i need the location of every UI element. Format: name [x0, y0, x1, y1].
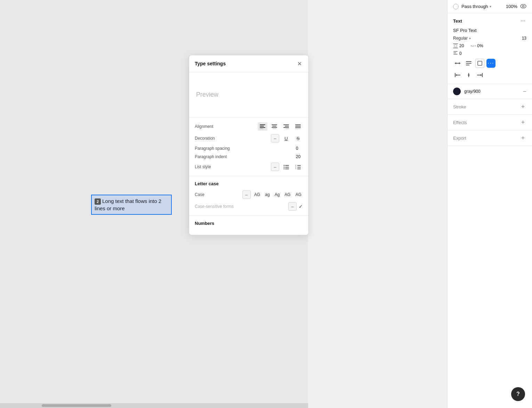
paragraph-spacing-row: Paragraph spacing 0 — [195, 146, 303, 151]
case-sensitive-controls: – ✓ — [288, 202, 303, 211]
svg-rect-12 — [295, 124, 301, 125]
case-upper2-button[interactable]: AG — [283, 191, 292, 198]
paragraph-spacing-label: Paragraph spacing — [195, 146, 296, 151]
decoration-none-button[interactable]: – — [271, 134, 279, 142]
align-right-button[interactable] — [281, 122, 291, 131]
text-section-title: Text — [453, 18, 462, 24]
letter-spacing-value[interactable]: 0% — [477, 43, 483, 48]
svg-rect-0 — [260, 124, 265, 125]
svg-marker-41 — [459, 62, 460, 64]
svg-rect-23 — [297, 165, 301, 166]
eye-icon[interactable] — [520, 3, 526, 9]
decoration-row: Decoration – U S — [195, 134, 303, 142]
case-sensitive-row: Case-sensitive forms – ✓ — [195, 202, 303, 211]
add-effect-button[interactable]: + — [519, 119, 526, 126]
list-unordered-button[interactable] — [281, 163, 291, 171]
letter-case-section: Letter case Case – AG ag Ag AG AG Case-s… — [189, 176, 308, 216]
type-settings-header: Type settings ✕ — [189, 55, 308, 72]
svg-point-20 — [284, 169, 285, 170]
valign-center-icon[interactable] — [464, 71, 473, 80]
type-settings-title: Type settings — [195, 61, 226, 66]
svg-rect-45 — [478, 61, 482, 65]
font-size-value[interactable]: 13 — [522, 36, 526, 41]
case-sensitive-check[interactable]: ✓ — [299, 204, 303, 209]
case-capitalize-button[interactable]: Ag — [273, 191, 281, 198]
list-ordered-button[interactable]: 1. 2. 3. — [293, 163, 303, 171]
case-sensitive-none-button[interactable]: – — [288, 202, 297, 211]
alignment-row: Alignment — [195, 122, 303, 131]
svg-text:3.: 3. — [295, 168, 297, 169]
add-stroke-button[interactable]: + — [519, 103, 526, 110]
numbers-title: Numbers — [195, 221, 303, 226]
font-name[interactable]: SF Pro Text — [453, 28, 526, 33]
color-name: gray/900 — [464, 89, 519, 94]
case-none-button[interactable]: – — [242, 190, 251, 199]
paragraph-icon — [453, 51, 458, 56]
svg-rect-14 — [295, 127, 301, 128]
paragraph-sp-value[interactable]: 0 — [459, 51, 462, 56]
remove-color-button[interactable]: − — [523, 88, 526, 95]
svg-rect-34 — [475, 46, 476, 46]
text-align-arrows-icon[interactable] — [453, 59, 462, 68]
svg-rect-48 — [457, 75, 460, 75]
valign-bottom-icon[interactable] — [475, 71, 484, 80]
text-section-header: Text ⋯ — [453, 17, 526, 24]
svg-rect-8 — [283, 124, 289, 125]
paragraph-indent-row: Paragraph indent 20 — [195, 154, 303, 159]
decoration-strikethrough-button[interactable]: S — [293, 134, 303, 142]
case-uppercase-button[interactable]: AG — [253, 191, 261, 198]
color-swatch[interactable] — [453, 88, 461, 95]
valign-left-icon[interactable] — [453, 71, 462, 80]
list-none-button[interactable]: – — [271, 163, 279, 171]
stroke-section: Stroke + — [448, 99, 532, 115]
case-smallcaps-button[interactable]: AG — [294, 191, 303, 198]
font-style-row: Regular ▾ 13 — [453, 36, 526, 41]
svg-marker-47 — [456, 74, 457, 76]
svg-text:A: A — [472, 45, 474, 47]
paragraph-indent-label: Paragraph indent — [195, 154, 296, 159]
svg-rect-46 — [455, 73, 456, 77]
text-box-icon[interactable] — [475, 59, 484, 68]
vertical-align-row — [453, 71, 526, 80]
decoration-underline-button[interactable]: U — [281, 134, 291, 142]
list-style-controls: – 1. 2. — [271, 163, 303, 171]
metrics-row-1: 20 A 0% — [453, 43, 526, 48]
align-center-button[interactable] — [269, 122, 279, 131]
svg-rect-38 — [453, 54, 458, 55]
text-more-options-button[interactable]: ··· — [486, 59, 495, 68]
case-sensitive-label: Case-sensitive forms — [195, 204, 288, 209]
letter-case-title: Letter case — [195, 181, 303, 186]
font-style-chevron-icon: ▾ — [469, 36, 471, 40]
align-left-button[interactable] — [258, 122, 267, 131]
canvas-text-element[interactable]: 2Long text that flows into 2 lines or mo… — [91, 195, 172, 215]
color-row: gray/900 − — [448, 84, 532, 99]
add-export-button[interactable]: + — [519, 134, 526, 141]
svg-rect-19 — [285, 167, 289, 168]
canvas-scrollbar[interactable] — [0, 403, 308, 408]
svg-rect-15 — [295, 129, 301, 129]
svg-point-18 — [284, 167, 285, 168]
list-style-row: List style – 1. — [195, 163, 303, 171]
svg-rect-1 — [260, 126, 264, 127]
svg-rect-11 — [285, 129, 289, 129]
close-button[interactable]: ✕ — [296, 60, 303, 67]
case-row: Case – AG ag Ag AG AG — [195, 190, 303, 199]
export-section: Export + — [448, 130, 532, 146]
alignment-controls — [258, 122, 303, 131]
text-justify-icon[interactable] — [464, 59, 473, 68]
line-height-value[interactable]: 20 — [459, 43, 464, 48]
alignment-section: Alignment — [189, 117, 308, 176]
blend-mode-selector[interactable]: Pass through ▾ — [461, 4, 502, 9]
align-justify-button[interactable] — [293, 122, 303, 131]
text-more-button[interactable]: ⋯ — [519, 17, 526, 24]
help-button[interactable]: ? — [511, 387, 525, 401]
paragraph-indent-value[interactable]: 20 — [296, 154, 303, 159]
paragraph-spacing-value[interactable]: 0 — [296, 146, 303, 151]
canvas-scrollbar-thumb[interactable] — [42, 404, 111, 407]
font-style-selector[interactable]: Regular ▾ — [453, 36, 471, 41]
case-label: Case — [195, 192, 242, 197]
opacity-value[interactable]: 100% — [505, 4, 517, 9]
blend-mode-label: Pass through — [461, 4, 488, 9]
case-lowercase-button[interactable]: ag — [264, 191, 271, 198]
type-settings-panel: Type settings ✕ Preview Alignment — [189, 55, 309, 235]
